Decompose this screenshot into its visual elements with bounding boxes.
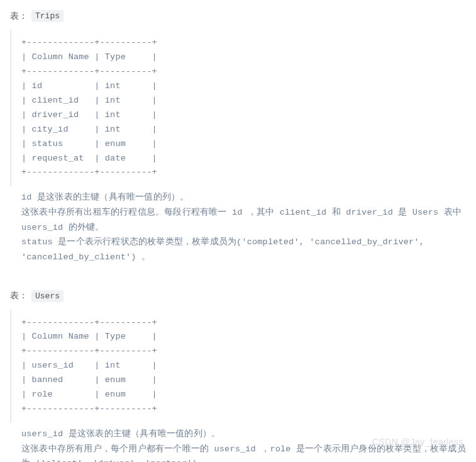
table2-header: 表： Users [10, 290, 466, 302]
table1-schema: +-------------+----------+ | Column Name… [10, 30, 466, 186]
table1-name-code: Trips [31, 10, 64, 22]
table2-prefix: 表： [10, 290, 28, 301]
table2-name-code: Users [31, 290, 64, 302]
table1-header: 表： Trips [10, 10, 466, 22]
table1-description: id 是这张表的主键（具有唯一值的列）。 这张表中存所有出租车的行程信息。每段行… [10, 190, 466, 264]
table2-schema: +-------------+----------+ | Column Name… [10, 310, 466, 424]
table1-prefix: 表： [10, 11, 28, 22]
table2-description: users_id 是这张表的主键（具有唯一值的列）。 这张表中存所有用户，每个用… [10, 427, 466, 462]
